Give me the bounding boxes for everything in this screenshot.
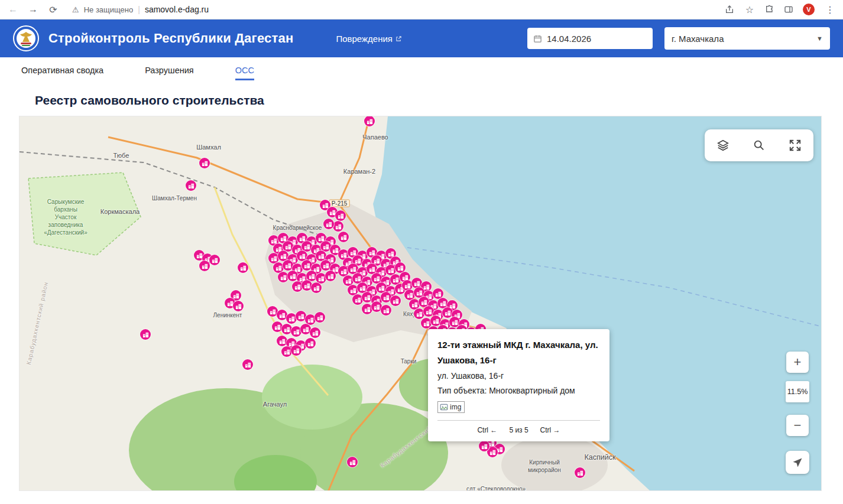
share-icon[interactable] — [725, 5, 734, 14]
map-marker[interactable] — [442, 307, 453, 318]
map-marker[interactable] — [287, 271, 298, 281]
map-marker[interactable] — [325, 271, 336, 281]
map-marker[interactable] — [310, 327, 320, 338]
navigation-arrow-icon — [792, 457, 803, 469]
reload-icon[interactable]: ⟳ — [47, 4, 59, 15]
broken-image-icon — [440, 404, 448, 411]
map-marker[interactable] — [209, 255, 220, 265]
profile-avatar[interactable]: V — [803, 4, 815, 15]
map-marker[interactable] — [281, 324, 292, 334]
map-marker[interactable] — [301, 280, 312, 291]
back-icon[interactable]: ← — [7, 4, 19, 15]
search-icon[interactable] — [753, 139, 766, 152]
city-selector[interactable]: г. Махачкала ▼ — [664, 27, 830, 50]
popup-pager: Ctrl ← 5 из 5 Ctrl → — [437, 421, 600, 438]
popup-title: 12-ти этажный МКД г. Махачкала, ул. Ушак… — [437, 337, 600, 369]
tab-oss[interactable]: ОСС — [235, 66, 254, 80]
popup-next-button[interactable]: Ctrl → — [540, 426, 560, 434]
address-divider: | — [138, 5, 140, 14]
city-value: г. Махачкала — [672, 34, 724, 44]
map-marker[interactable] — [272, 321, 283, 332]
map-marker[interactable] — [199, 158, 210, 168]
map-marker[interactable] — [305, 338, 316, 349]
map-marker[interactable] — [238, 262, 248, 273]
tab-bar: Оперативная сводка Разрушения ОСС — [0, 57, 843, 80]
zoom-in-button[interactable]: + — [786, 352, 809, 373]
map-marker[interactable] — [233, 301, 244, 311]
broken-image-alt: img — [450, 403, 461, 411]
map-marker[interactable] — [390, 295, 401, 306]
dagestan-emblem-logo — [13, 25, 39, 51]
browser-toolbar: ← → ⟳ ⚠ Не защищено | samovol.e-dag.ru ☆… — [0, 0, 843, 19]
popup-prev-button[interactable]: Ctrl ← — [477, 426, 497, 434]
map-marker[interactable] — [311, 282, 322, 293]
map-marker[interactable] — [186, 180, 196, 191]
map-marker[interactable] — [199, 261, 210, 271]
map-marker[interactable] — [291, 345, 301, 356]
object-popup[interactable]: 12-ти этажный МКД г. Махачкала, ул. Ушак… — [428, 329, 609, 441]
map-marker[interactable] — [140, 329, 151, 340]
zoom-out-button[interactable]: − — [786, 415, 809, 436]
browser-menu-icon[interactable]: ⋮ — [824, 4, 836, 15]
layers-icon[interactable] — [716, 139, 729, 152]
map-marker[interactable] — [338, 232, 349, 242]
url-text: samovol.e-dag.ru — [145, 5, 209, 14]
chevron-down-icon: ▼ — [816, 35, 823, 42]
map-marker[interactable] — [314, 312, 325, 323]
map-tools-panel — [705, 129, 813, 161]
date-value: 14.04.2026 — [547, 34, 591, 44]
map-canvas[interactable]: ШамхалТюбеЧапаевоКараман-2Шамхал-ТерменК… — [19, 116, 822, 491]
security-warning-icon: ⚠ — [72, 5, 79, 14]
external-link-icon — [395, 35, 402, 42]
map-marker[interactable] — [479, 441, 489, 451]
map-marker[interactable] — [333, 221, 343, 232]
security-warning-text: Не защищено — [84, 5, 134, 14]
extensions-icon[interactable] — [765, 5, 774, 14]
zoom-level-indicator[interactable]: 11.5% — [786, 381, 809, 402]
app-header: Стройконтроль Республики Дагестан Повреж… — [0, 19, 843, 57]
fullscreen-icon[interactable] — [789, 139, 802, 152]
map-marker[interactable] — [277, 336, 287, 346]
date-input[interactable]: 14.04.2026 — [527, 28, 653, 49]
address-bar[interactable]: ⚠ Не защищено | samovol.e-dag.ru — [72, 5, 209, 14]
page-title: Реестр самовольного строительства — [35, 93, 843, 108]
forward-icon[interactable]: → — [27, 4, 39, 15]
calendar-icon — [533, 34, 542, 43]
app-title: Стройконтроль Республики Дагестан — [48, 31, 293, 46]
damages-link-label: Повреждения — [336, 34, 393, 44]
popup-page-counter: 5 из 5 — [509, 426, 528, 434]
map-marker[interactable] — [323, 219, 334, 229]
map-marker[interactable] — [347, 457, 358, 467]
map-marker[interactable] — [242, 359, 253, 370]
popup-object-type: Тип объекта: Многоквартирный дом — [437, 383, 600, 399]
tab-destructions[interactable]: Разрушения — [145, 66, 194, 80]
damages-link[interactable]: Повреждения — [336, 34, 402, 44]
sidebar-icon[interactable] — [784, 5, 793, 14]
tab-operational-summary[interactable]: Оперативная сводка — [21, 66, 103, 80]
bookmark-star-icon[interactable]: ☆ — [744, 4, 756, 15]
popup-address: ул. Ушакова, 16-г — [437, 369, 600, 384]
map-marker[interactable] — [381, 305, 391, 316]
map-marker[interactable] — [335, 210, 346, 221]
map-marker[interactable] — [575, 467, 585, 478]
locate-me-button[interactable] — [786, 451, 809, 474]
map-marker[interactable] — [364, 116, 375, 126]
broken-image-placeholder: img — [437, 401, 465, 413]
